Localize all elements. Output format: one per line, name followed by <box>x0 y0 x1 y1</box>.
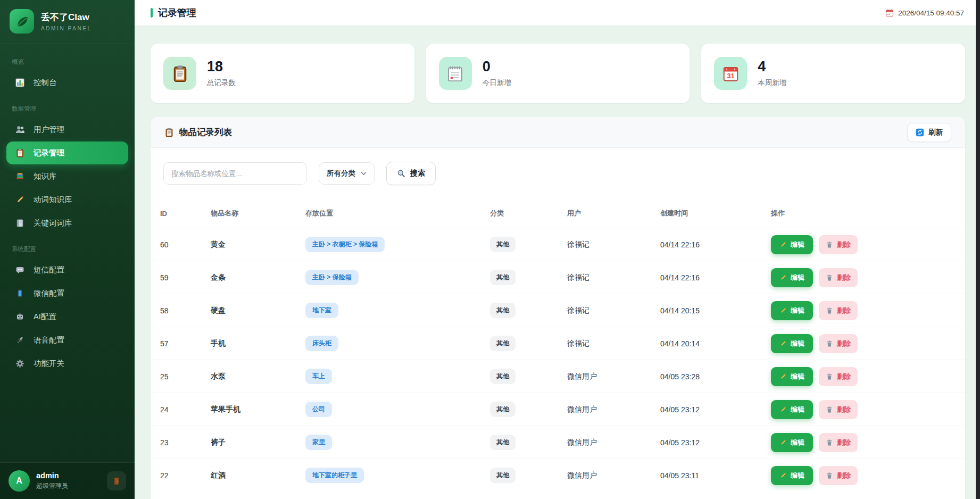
pencil-icon <box>15 195 26 204</box>
cell-location: 公司 <box>305 393 490 426</box>
cell-id: 59 <box>151 261 211 294</box>
refresh-icon <box>916 128 924 137</box>
sidebar-item-robot[interactable]: AI配置 <box>6 305 128 328</box>
cell-user: 徐福记 <box>567 327 660 360</box>
stat-label: 总记录数 <box>207 78 236 88</box>
app-subtitle: ADMIN PANEL <box>41 26 92 31</box>
sidebar-item-gear[interactable]: 功能开关 <box>6 352 128 375</box>
user-name: admin <box>36 471 68 480</box>
sidebar-item-chat[interactable]: 短信配置 <box>6 259 128 281</box>
location-badge[interactable]: 地下室 <box>305 303 338 318</box>
cell-created: 04/05 23:11 <box>660 459 771 492</box>
window-scrollbar[interactable] <box>976 0 980 499</box>
cell-created: 04/05 23:12 <box>660 426 771 459</box>
sidebar-item-label: 关键词词库 <box>34 218 72 228</box>
search-button[interactable]: 搜索 <box>386 162 436 185</box>
stat-value: 0 <box>483 59 511 74</box>
cell-item-name: 红酒 <box>211 459 305 492</box>
category-badge: 其他 <box>490 303 516 318</box>
edit-button[interactable]: 编辑 <box>771 334 813 353</box>
pencil-icon <box>779 439 787 446</box>
delete-button[interactable]: 删除 <box>819 466 858 485</box>
cell-created: 04/05 23:12 <box>660 393 771 426</box>
sidebar-item-clipboard[interactable]: 记录管理 <box>6 142 128 164</box>
nav-section-label: 概览 <box>12 58 123 66</box>
cell-item-name: 裤子 <box>211 426 305 459</box>
cell-location: 车上 <box>305 360 490 393</box>
cell-item-name: 手机 <box>211 327 305 360</box>
sidebar-item-phone[interactable]: 微信配置 <box>6 282 128 305</box>
col-category: 分类 <box>490 198 567 228</box>
location-badge[interactable]: 主卧 > 保险箱 <box>305 270 359 285</box>
edit-button[interactable]: 编辑 <box>771 235 813 254</box>
clipboard-icon <box>164 128 174 137</box>
delete-button[interactable]: 删除 <box>819 334 858 353</box>
category-select[interactable]: 所有分类 <box>319 162 375 185</box>
sidebar-item-label: 功能开关 <box>34 359 64 369</box>
robot-icon <box>15 312 26 321</box>
sidebar-item-chart[interactable]: 控制台 <box>6 71 128 94</box>
delete-button[interactable]: 删除 <box>819 235 858 254</box>
delete-button[interactable]: 删除 <box>819 433 858 452</box>
calendar-31-icon: 31 <box>714 57 747 90</box>
chart-icon <box>15 78 26 87</box>
trash-icon <box>826 307 833 314</box>
edit-button[interactable]: 编辑 <box>771 367 813 386</box>
category-badge: 其他 <box>490 435 516 450</box>
cell-category: 其他 <box>490 393 567 426</box>
cell-item-name: 水泵 <box>211 360 305 393</box>
location-badge[interactable]: 地下室的柜子里 <box>305 468 364 483</box>
location-badge[interactable]: 主卧 > 衣橱柜 > 保险箱 <box>305 237 385 252</box>
pencil-icon <box>779 472 787 479</box>
location-badge[interactable]: 公司 <box>305 402 332 417</box>
edit-button[interactable]: 编辑 <box>771 268 813 287</box>
cell-user: 徐福记 <box>567 228 660 261</box>
cell-id: 25 <box>151 360 211 393</box>
gear-icon <box>15 359 26 368</box>
sidebar-item-book[interactable]: 关键词词库 <box>6 212 128 235</box>
sidebar-item-pencil[interactable]: 动词知识库 <box>6 188 128 211</box>
delete-button[interactable]: 删除 <box>819 301 858 320</box>
refresh-button[interactable]: 刷新 <box>907 123 951 142</box>
sidebar-item-users[interactable]: 用户管理 <box>6 118 128 141</box>
cell-location: 主卧 > 保险箱 <box>305 261 490 294</box>
user-box: A admin 超级管理员 <box>0 462 135 499</box>
edit-button[interactable]: 编辑 <box>771 433 813 452</box>
cell-actions: 编辑删除 <box>771 327 965 360</box>
pencil-icon <box>779 340 787 347</box>
stat-value: 18 <box>207 59 236 74</box>
clipboard-icon <box>15 148 26 157</box>
logout-button[interactable] <box>107 471 126 490</box>
calendar-spiral-icon <box>439 57 472 90</box>
table-row: 25水泵车上其他微信用户04/05 23:28编辑删除 <box>151 360 965 393</box>
filters-row: 所有分类 搜索 <box>151 148 965 198</box>
pencil-icon <box>779 373 787 380</box>
location-badge[interactable]: 车上 <box>305 369 332 384</box>
edit-button[interactable]: 编辑 <box>771 301 813 320</box>
location-badge[interactable]: 床头柜 <box>305 336 338 351</box>
sidebar-item-mic[interactable]: 语音配置 <box>6 329 128 352</box>
pencil-icon <box>779 241 787 248</box>
cell-location: 地下室 <box>305 294 490 327</box>
search-input[interactable] <box>163 162 307 185</box>
main-area: 记录管理 2026/04/15 09:40:57 18 总记录数 0 今日新增 <box>135 0 980 499</box>
sidebar: 丢不了Claw ADMIN PANEL 概览控制台数据管理用户管理记录管理知识库… <box>0 0 135 499</box>
logo-row: 丢不了Claw ADMIN PANEL <box>0 0 135 44</box>
pencil-icon <box>779 406 787 413</box>
edit-button[interactable]: 编辑 <box>771 466 813 485</box>
table-row: 22红酒地下室的柜子里其他微信用户04/05 23:11编辑删除 <box>151 459 965 492</box>
delete-button[interactable]: 删除 <box>819 367 858 386</box>
cell-user: 徐福记 <box>567 261 660 294</box>
sidebar-nav: 概览控制台数据管理用户管理记录管理知识库动词知识库关键词词库系统配置短信配置微信… <box>0 44 135 462</box>
delete-button[interactable]: 删除 <box>819 268 858 287</box>
cell-category: 其他 <box>490 426 567 459</box>
sidebar-item-books[interactable]: 知识库 <box>6 165 128 188</box>
stat-label: 今日新增 <box>483 78 511 88</box>
edit-button[interactable]: 编辑 <box>771 400 813 419</box>
delete-button[interactable]: 删除 <box>819 400 858 419</box>
location-badge[interactable]: 家里 <box>305 435 332 450</box>
records-card-title: 物品记录列表 <box>164 127 232 138</box>
mic-icon <box>15 336 26 345</box>
trash-icon <box>826 340 833 347</box>
category-badge: 其他 <box>490 270 516 285</box>
